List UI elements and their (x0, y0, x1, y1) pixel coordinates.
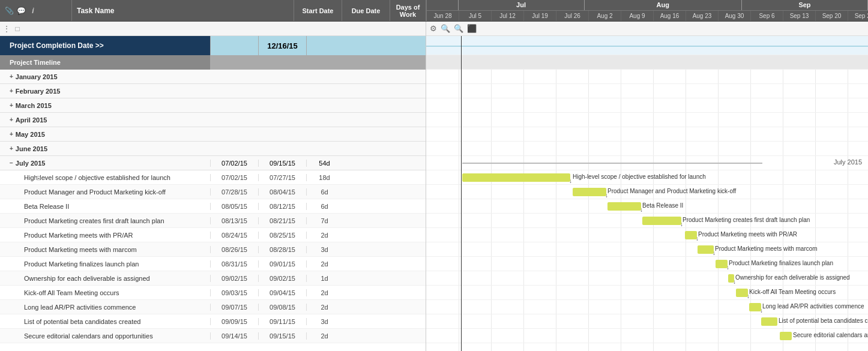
gantt-settings-icon[interactable]: ⚙ (430, 24, 437, 33)
task-days-4: 2d (306, 232, 342, 239)
gantt-zoom-in-icon[interactable]: 🔍 (441, 24, 450, 33)
month-june: + June 2015 (0, 142, 426, 156)
gantt-label-7: Ownership for each deliverable is assign… (735, 274, 850, 281)
week-sep13: Sep 13 (783, 11, 816, 21)
gantt-row-task-9: Long lead AR/PR activities commence ↓ (426, 300, 868, 314)
comment-icon[interactable]: 💬 (17, 7, 25, 15)
task-row-11: Secure editorial calendars and opportuni… (0, 329, 426, 343)
task-name-6: Product Marketing finalizes launch plan (0, 260, 210, 268)
dep-arrow-1: ↓ (605, 192, 608, 199)
task-due-7: 09/02/15 (258, 275, 306, 282)
gantt-bar-10 (761, 317, 777, 326)
gantt-row-task-0: High-level scope / objective established… (426, 170, 868, 185)
gantt-bar-9 (749, 303, 761, 311)
gantt-label-11: Secure editorial calendars and opportuni… (793, 332, 868, 338)
week-jun28: Jun 28 (427, 11, 459, 21)
gantt-label-9: Long lead AR/PR activities commence (762, 303, 864, 310)
gantt-row-task-5: Product Marketing meets with marcom ↓ (426, 242, 868, 257)
month-january: + January 2015 (0, 70, 426, 84)
gantt-row-task-10: List of potential beta candidates create… (426, 314, 868, 329)
info-icon[interactable]: i (29, 7, 37, 15)
expand-march-icon[interactable]: + (10, 102, 13, 109)
gantt-fit-icon[interactable]: ⬛ (467, 24, 477, 33)
dep-arrow-0: ↓ (569, 178, 572, 184)
gantt-label-5: Product Marketing meets with marcom (715, 245, 818, 252)
attach-icon[interactable]: 📎 (5, 7, 13, 15)
gantt-zoom-out-icon[interactable]: 🔍 (454, 24, 463, 33)
today-line (461, 36, 462, 351)
week-aug2: Aug 2 (589, 11, 621, 21)
task-days-0: 18d (306, 174, 342, 181)
month-march: + March 2015 (0, 98, 426, 113)
june-label: + June 2015 (0, 145, 210, 152)
gantt-bar-3 (642, 217, 681, 225)
header-left: 📎 💬 i Task Name Start Date Due Date Days… (0, 0, 426, 21)
expand-february-icon[interactable]: + (10, 88, 13, 94)
project-timeline-start (210, 55, 258, 70)
month-aug: Aug (585, 0, 742, 10)
gantt-row-july-header: July 2015 (426, 156, 868, 170)
gantt-row-jun (426, 142, 868, 156)
task-start-10: 09/09/15 (210, 318, 258, 325)
gantt-row-task-8: Kick-off All Team Meeting occurs ↓ (426, 286, 868, 300)
task-row-4: Product Marketing meets with PR/AR 08/24… (0, 228, 426, 242)
gantt-row-may (426, 127, 868, 142)
task-start-1: 07/28/15 (210, 188, 258, 196)
project-timeline-days (306, 55, 342, 70)
task-due-10: 09/11/15 (258, 318, 306, 325)
january-label: + January 2015 (0, 73, 210, 80)
header-row: 📎 💬 i Task Name Start Date Due Date Days… (0, 0, 868, 22)
task-name-1: Product Manager and Product Marketing ki… (0, 188, 210, 196)
task-row-5: Product Marketing meets with marcom 08/2… (0, 242, 426, 257)
expand-may-icon[interactable]: + (10, 131, 13, 137)
task-info-icon-0[interactable]: ○ (43, 174, 47, 181)
task-days-3: 7d (306, 217, 342, 224)
expand-january-icon[interactable]: + (10, 73, 13, 80)
july-days: 54d (306, 160, 342, 167)
gantt-row-mar (426, 98, 868, 113)
project-completion-days (306, 36, 342, 55)
gantt-row-feb (426, 84, 868, 98)
task-start-6: 08/31/15 (210, 260, 258, 268)
gantt-label-3: Product Marketing creates first draft la… (683, 217, 810, 223)
header-icons: 📎 💬 i (0, 0, 72, 21)
gantt-row-task-3: Product Marketing creates first draft la… (426, 214, 868, 228)
april-label: + April 2015 (0, 116, 210, 124)
task-name-0: High-level scope / objective established… (0, 174, 210, 181)
task-days-5: 3d (306, 246, 342, 253)
expand-april-icon[interactable]: + (10, 116, 13, 123)
gantt-bar-0 (462, 173, 570, 182)
week-aug23: Aug 23 (686, 11, 719, 21)
task-start-9: 09/07/15 (210, 304, 258, 311)
gantt-bar-1 (573, 188, 606, 196)
gantt-rows: July 2015 High-level scope / objective e… (426, 36, 868, 351)
collapse-july-icon[interactable]: − (10, 160, 13, 166)
july-gantt-label: July 2015 (834, 158, 862, 166)
week-aug16: Aug 16 (654, 11, 686, 21)
project-timeline-due (258, 55, 306, 70)
gantt-label-4: Product Marketing meets with PR/AR (698, 231, 797, 238)
task-due-0: 07/27/15 (258, 174, 306, 181)
expand-june-icon[interactable]: + (10, 145, 13, 152)
task-row-3: Product Marketing creates first draft la… (0, 214, 426, 228)
week-sep6: Sep 6 (751, 11, 783, 21)
gantt-row-jan (426, 70, 868, 84)
task-drag-icon-0[interactable]: ⊡ (36, 174, 41, 181)
header-task-name: Task Name (72, 0, 294, 21)
task-days-8: 2d (306, 289, 342, 296)
month-may: + May 2015 (0, 127, 426, 142)
task-due-8: 09/04/15 (258, 289, 306, 296)
week-jul5: Jul 5 (459, 11, 492, 21)
task-start-3: 08/13/15 (210, 217, 258, 224)
drag-handle-icon[interactable]: ⋮ (2, 25, 11, 33)
task-due-9: 09/08/15 (258, 304, 306, 311)
gantt-row-apr (426, 113, 868, 127)
task-name-7: Ownership for each deliverable is assign… (0, 275, 210, 282)
gantt-row-task-1: Product Manager and Product Marketing ki… (426, 185, 868, 199)
task-start-7: 09/02/15 (210, 275, 258, 282)
expand-all-icon[interactable]: □ (13, 25, 22, 33)
july-summary-bar (462, 163, 762, 164)
task-start-8: 09/03/15 (210, 289, 258, 296)
project-completion-row: Project Completion Date >> 12/16/15 (0, 36, 426, 55)
dep-arrow-2: ↓ (640, 206, 643, 213)
